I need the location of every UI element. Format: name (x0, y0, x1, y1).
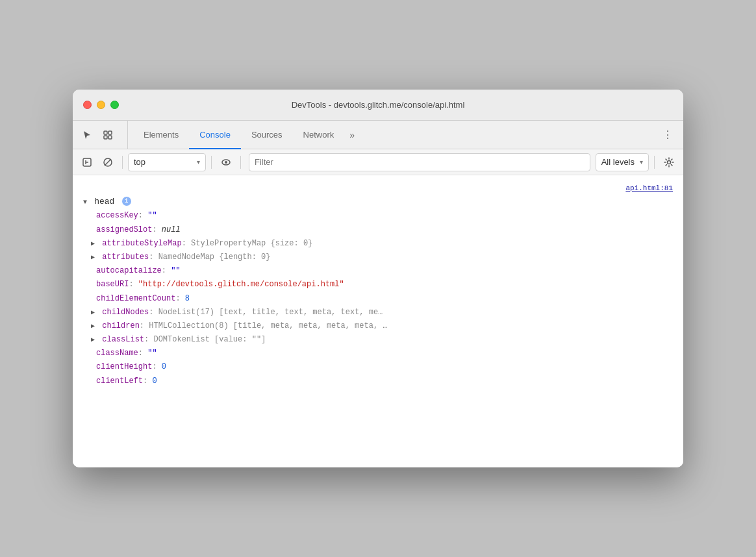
prop-value-baseURI: "http://devtools.glitch.me/console/api.h… (138, 280, 344, 289)
window-title: DevTools - devtools.glitch.me/console/ap… (292, 100, 465, 110)
prop-row-attributeStyleMap: attributeStyleMap: StylePropertyMap {siz… (73, 237, 683, 251)
prop-name-children: children (102, 321, 140, 330)
prop-value-attributes: NamedNodeMap {length: 0} (158, 253, 271, 262)
prop-name-clientLeft: clientLeft (96, 377, 143, 386)
prop-row-autocapitalize: autocapitalize: "" (73, 264, 683, 278)
prop-name-clientHeight: clientHeight (96, 362, 152, 371)
svg-rect-0 (104, 131, 107, 134)
svg-line-8 (105, 159, 111, 166)
toolbar-divider-3 (240, 156, 241, 169)
head-expand-arrow[interactable] (83, 197, 87, 208)
prop-name-autocapitalize: autocapitalize (96, 266, 162, 275)
cursor-icon[interactable] (78, 126, 96, 144)
close-button[interactable] (83, 101, 92, 109)
prop-row-accessKey: accessKey: "" (73, 209, 683, 223)
tab-icons (78, 121, 128, 149)
prop-name-attributes: attributes (102, 253, 149, 262)
info-badge[interactable]: i (122, 197, 131, 206)
svg-rect-2 (104, 136, 107, 139)
filter-input[interactable] (249, 153, 590, 171)
source-link[interactable]: api.html:81 (625, 182, 678, 195)
prop-row-childElementCount: childElementCount: 8 (73, 292, 683, 306)
console-output: api.html:81 head i accessKey: "" assigne… (73, 175, 683, 467)
tab-network[interactable]: Network (293, 121, 345, 149)
prop-name-classList: classList (102, 335, 144, 344)
head-label: head (94, 197, 114, 206)
prop-value-autocapitalize: "" (171, 266, 180, 275)
prop-row-children: children: HTMLCollection(8) [title, meta… (73, 319, 683, 333)
toolbar-divider-2 (211, 156, 212, 169)
maximize-button[interactable] (110, 101, 119, 109)
tabs-bar: Elements Console Sources Network » ⋮ (73, 121, 683, 149)
prop-value-childNodes: NodeList(17) [text, title, text, meta, t… (158, 308, 383, 317)
prop-name-className: className (96, 349, 138, 358)
inspect-icon[interactable] (99, 126, 117, 144)
classList-expand-arrow[interactable] (91, 335, 95, 345)
tab-console[interactable]: Console (189, 121, 241, 149)
context-arrow-icon: ▾ (197, 158, 200, 166)
tabs-more-button[interactable]: » (344, 121, 360, 149)
traffic-lights (83, 101, 119, 109)
clear-button[interactable] (99, 153, 117, 171)
toolbar-divider-4 (654, 156, 655, 169)
prop-name-childElementCount: childElementCount (96, 294, 175, 303)
prop-row-className: className: "" (73, 347, 683, 360)
prop-row-classList: classList: DOMTokenList [value: ""] (73, 333, 683, 347)
prop-value-accessKey: "" (147, 211, 157, 220)
prop-value-className: "" (147, 349, 157, 358)
prop-name-accessKey: accessKey (96, 211, 138, 220)
attributeStyleMap-expand-arrow[interactable] (91, 239, 95, 249)
prop-name-baseURI: baseURI (96, 280, 129, 289)
levels-selector[interactable]: All levels ▾ (596, 153, 649, 171)
prop-value-clientHeight: 0 (162, 362, 166, 371)
svg-rect-1 (108, 131, 112, 134)
prop-row-childNodes: childNodes: NodeList(17) [text, title, t… (73, 306, 683, 319)
prop-name-assignedSlot: assignedSlot (96, 225, 152, 234)
svg-point-10 (225, 161, 227, 164)
tab-sources[interactable]: Sources (241, 121, 293, 149)
prop-value-assignedSlot: null (162, 225, 181, 234)
tab-elements[interactable]: Elements (133, 121, 189, 149)
console-toolbar: top ▾ All levels ▾ (73, 149, 683, 175)
svg-rect-3 (108, 136, 112, 139)
console-source-link-row: api.html:81 (73, 180, 683, 183)
prop-row-baseURI: baseURI: "http://devtools.glitch.me/cons… (73, 278, 683, 291)
prop-value-attributeStyleMap: StylePropertyMap {size: 0} (191, 239, 312, 248)
levels-arrow-icon: ▾ (640, 158, 643, 166)
minimize-button[interactable] (97, 101, 105, 109)
prop-value-clientLeft: 0 (152, 377, 157, 386)
attributes-expand-arrow[interactable] (91, 253, 95, 263)
svg-point-11 (668, 160, 671, 164)
settings-button[interactable] (660, 153, 678, 171)
children-expand-arrow[interactable] (91, 321, 95, 332)
prop-name-attributeStyleMap: attributeStyleMap (102, 239, 181, 248)
prop-row-clientHeight: clientHeight: 0 (73, 360, 683, 374)
prop-row-attributes: attributes: NamedNodeMap {length: 0} (73, 251, 683, 264)
tabs-overflow-button[interactable]: ⋮ (657, 121, 678, 149)
head-row: head i (73, 195, 683, 210)
prop-name-childNodes: childNodes (102, 308, 149, 317)
title-bar: DevTools - devtools.glitch.me/console/ap… (73, 90, 683, 121)
devtools-window: DevTools - devtools.glitch.me/console/ap… (73, 90, 683, 467)
context-selector[interactable]: top ▾ (128, 153, 206, 171)
prop-row-assignedSlot: assignedSlot: null (73, 223, 683, 237)
tabs-nav: Elements Console Sources Network » (133, 121, 657, 149)
toolbar-divider-1 (122, 156, 123, 169)
prop-value-children: HTMLCollection(8) [title, meta, meta, me… (149, 321, 387, 330)
eye-icon[interactable] (217, 153, 235, 171)
execute-button[interactable] (78, 153, 96, 171)
prop-value-childElementCount: 8 (185, 294, 190, 303)
prop-row-clientLeft: clientLeft: 0 (73, 375, 683, 388)
childNodes-expand-arrow[interactable] (91, 308, 95, 318)
prop-value-classList: DOMTokenList [value: ""] (153, 335, 266, 344)
